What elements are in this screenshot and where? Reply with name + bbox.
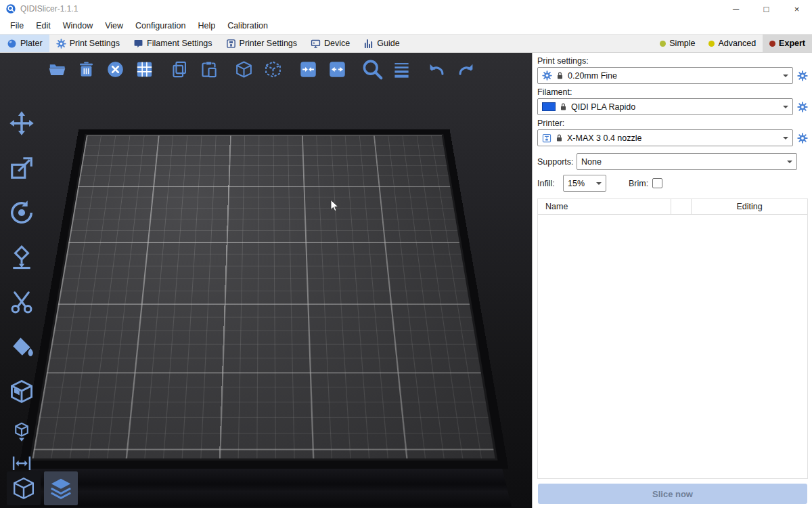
object-list-body[interactable] [538, 215, 807, 478]
lock-icon [559, 102, 568, 111]
seam-tool-button[interactable] [4, 374, 39, 409]
tab-printer-settings-label: Printer Settings [240, 39, 297, 48]
paste-button[interactable] [196, 57, 221, 81]
menu-window[interactable]: Window [57, 21, 99, 30]
arrange-button[interactable] [132, 57, 156, 81]
undo-button[interactable] [424, 57, 449, 81]
open-button[interactable] [45, 57, 69, 81]
split-to-objects-button[interactable] [296, 57, 320, 81]
object-list-header: Name Editing [538, 199, 807, 215]
minimize-button[interactable]: ─ [721, 0, 751, 18]
brim-checkbox[interactable] [652, 178, 662, 188]
paste-icon [200, 60, 218, 79]
object-list[interactable]: Name Editing [537, 198, 808, 479]
bed-scene [0, 53, 532, 508]
mode-switcher: Simple Advanced Expert [653, 35, 812, 52]
seam-cube-icon [9, 379, 35, 404]
mouse-cursor [328, 199, 341, 213]
gear-icon [56, 39, 66, 49]
close-button[interactable]: × [782, 0, 812, 18]
menubar: File Edit Window View Configuration Help… [0, 18, 812, 34]
arrange-grid-icon [135, 60, 154, 79]
app-window: QIDISlicer-1.1.1 ─ □ × File Edit Window … [0, 0, 812, 508]
menu-help[interactable]: Help [191, 21, 221, 30]
tab-plater[interactable]: Plater [0, 35, 49, 52]
top-toolbar [45, 57, 482, 81]
tab-print-settings[interactable]: Print Settings [49, 35, 127, 52]
menu-configuration[interactable]: Configuration [129, 21, 191, 30]
gear-icon [542, 70, 552, 81]
plater-icon [7, 39, 17, 49]
variable-layer-height-button[interactable] [389, 57, 413, 81]
supports-combo[interactable]: None [577, 153, 797, 170]
filament-icon [133, 39, 143, 49]
folder-open-icon [48, 60, 66, 79]
chevron-down-icon [783, 75, 788, 80]
filament-gear-button[interactable] [797, 102, 808, 112]
maximize-button[interactable]: □ [751, 0, 782, 18]
print-bed [30, 134, 498, 461]
print-settings-gear-button[interactable] [797, 70, 808, 81]
rotate-icon [9, 200, 35, 226]
copy-button[interactable] [167, 57, 191, 81]
svg-tool-button[interactable] [4, 419, 39, 446]
printer-value: X-MAX 3 0.4 nozzle [567, 133, 641, 143]
mode-advanced-label: Advanced [718, 39, 756, 48]
redo-button[interactable] [453, 57, 478, 81]
tab-filament-settings[interactable]: Filament Settings [127, 35, 219, 52]
paint-tool-button[interactable] [4, 329, 39, 364]
editor-view-button[interactable] [7, 471, 41, 505]
tab-device[interactable]: Device [304, 35, 357, 52]
add-instance-button[interactable] [231, 57, 256, 81]
place-on-face-tool-button[interactable] [4, 240, 39, 275]
remove-instance-button[interactable] [261, 57, 285, 81]
tab-plater-label: Plater [20, 39, 43, 48]
delete-all-button[interactable] [103, 57, 127, 81]
place-on-face-icon [9, 245, 35, 270]
printer-gear-button[interactable] [797, 133, 808, 144]
split-to-parts-button[interactable] [325, 57, 349, 81]
filament-label: Filament: [537, 87, 808, 97]
guide-bars-icon [363, 39, 374, 49]
scale-icon [9, 155, 35, 181]
titlebar: QIDISlicer-1.1.1 ─ □ × [0, 0, 812, 18]
search-button[interactable] [360, 57, 384, 81]
infill-combo[interactable]: 15% [563, 175, 606, 192]
move-tool-button[interactable] [4, 106, 39, 141]
menu-view[interactable]: View [99, 21, 129, 30]
move-icon [9, 110, 35, 136]
sidebar: Print settings: 0.20mm Fine Filament: QI… [532, 53, 812, 508]
cube-wireframe-icon [12, 476, 36, 501]
cut-tool-button[interactable] [4, 284, 39, 320]
filament-combo[interactable]: QIDI PLA Rapido [537, 98, 793, 115]
viewport-3d[interactable] [0, 53, 532, 508]
slice-now-button[interactable]: Slice now [538, 484, 807, 504]
printer-label: Printer: [537, 119, 808, 128]
mode-advanced[interactable]: Advanced [702, 35, 763, 52]
mode-simple[interactable]: Simple [653, 35, 702, 52]
menu-edit[interactable]: Edit [30, 21, 57, 30]
undo-icon [428, 60, 446, 79]
window-title: QIDISlicer-1.1.1 [20, 4, 78, 14]
scale-tool-button[interactable] [4, 150, 39, 186]
print-settings-value: 0.20mm Fine [568, 71, 617, 81]
app-logo-icon [5, 3, 16, 14]
preview-view-button[interactable] [44, 471, 78, 505]
menu-file[interactable]: File [4, 21, 30, 30]
merge-arrows-icon [299, 60, 317, 79]
extruder-column-header [671, 199, 692, 214]
print-settings-combo[interactable]: 0.20mm Fine [537, 67, 793, 84]
mode-expert[interactable]: Expert [763, 35, 812, 52]
view-mode-buttons [7, 471, 78, 505]
delete-button[interactable] [74, 57, 98, 81]
chevron-down-icon [783, 106, 788, 111]
tab-guide[interactable]: Guide [357, 35, 406, 52]
name-column-header: Name [538, 202, 671, 211]
tab-printer-settings[interactable]: Printer Settings [219, 35, 304, 52]
printer-combo[interactable]: X-MAX 3 0.4 nozzle [537, 129, 793, 146]
left-toolbar [4, 106, 39, 481]
tabbar: Plater Print Settings Filament Settings … [0, 34, 812, 53]
menu-calibration[interactable]: Calibration [221, 21, 274, 30]
rotate-tool-button[interactable] [4, 195, 39, 230]
tab-device-label: Device [324, 39, 350, 48]
